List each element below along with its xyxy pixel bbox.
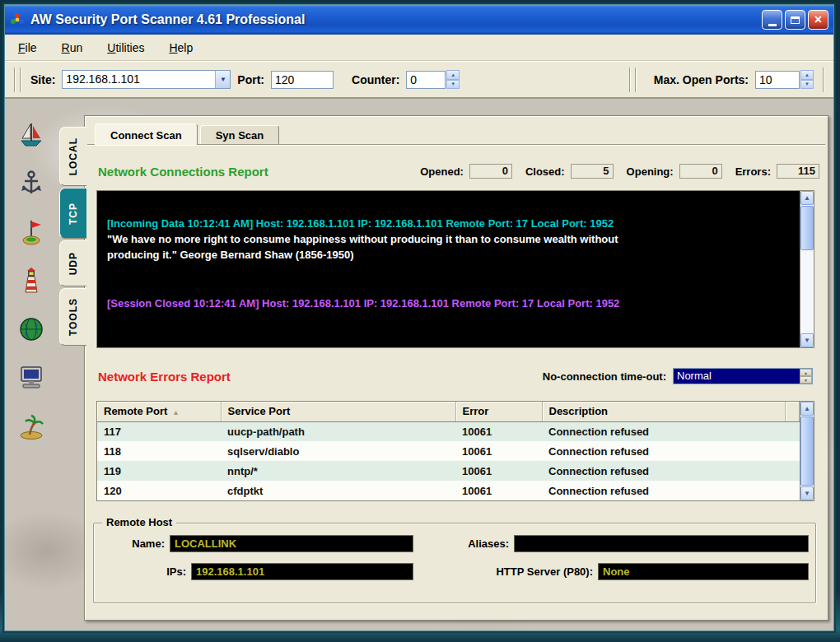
name-field: LOCALLINK bbox=[170, 535, 413, 552]
tab-udp[interactable]: UDP bbox=[59, 240, 86, 286]
remote-host-group: Remote Host Name: LOCALLINK Aliases: IPs… bbox=[93, 523, 816, 603]
port-input[interactable] bbox=[271, 71, 334, 89]
computer-icon bbox=[16, 363, 47, 393]
scrollbar-thumb[interactable] bbox=[800, 206, 814, 250]
column-remote-port[interactable]: Remote Port▴ bbox=[97, 402, 221, 421]
column-description[interactable]: Description bbox=[542, 402, 786, 421]
table-scrollbar[interactable]: ▲ ▼ bbox=[800, 402, 814, 500]
timeout-label: No-connection time-out: bbox=[543, 370, 666, 383]
scrollbar-thumb[interactable] bbox=[800, 416, 814, 486]
connections-log[interactable]: [Incoming Data 10:12:41 AM] Host: 192.16… bbox=[96, 190, 814, 348]
menu-help[interactable]: Help bbox=[169, 41, 193, 54]
site-label: Site: bbox=[30, 73, 55, 86]
sailboat-icon bbox=[16, 120, 47, 150]
spin-up-icon[interactable]: ▲ bbox=[800, 70, 814, 80]
sort-ascending-icon: ▴ bbox=[174, 408, 178, 416]
minimize-button[interactable] bbox=[762, 10, 782, 30]
spin-down-icon[interactable]: ▼ bbox=[446, 80, 460, 90]
counter-label: Counter: bbox=[352, 73, 399, 86]
connections-report-title: Network Connections Report bbox=[98, 165, 407, 179]
column-service-port[interactable]: Service Port bbox=[221, 402, 455, 421]
timeout-selected-value: Normal bbox=[674, 369, 800, 384]
table-row[interactable]: 118 sqlserv/diablo 10061 Connection refu… bbox=[97, 441, 800, 461]
scroll-down-icon[interactable]: ▼ bbox=[800, 333, 814, 347]
log-line-closed: [Session Closed 10:12:41 AM] Host: 192.1… bbox=[107, 295, 790, 311]
spin-up-icon[interactable]: ▲ bbox=[800, 369, 812, 376]
menu-bar: File Run Utilities Help bbox=[5, 35, 833, 61]
client-area: LOCAL TCP UDP TOOLS Connect Scan Syn Sca… bbox=[5, 99, 833, 630]
cell-service-port: uucp-path/path bbox=[221, 421, 455, 441]
errors-label: Errors: bbox=[735, 165, 771, 178]
cell-remote-port: 117 bbox=[97, 421, 221, 441]
cell-error: 10061 bbox=[455, 481, 542, 500]
cell-description: Connection refused bbox=[542, 481, 786, 500]
tab-tools[interactable]: TOOLS bbox=[59, 288, 86, 346]
toolbar-handle bbox=[14, 67, 16, 92]
table-header-row: Remote Port▴ Service Port Error Descript… bbox=[97, 402, 800, 421]
site-combobox[interactable]: 192.168.1.101 ▼ bbox=[62, 70, 231, 89]
lighthouse-icon bbox=[16, 266, 47, 295]
buoy-icon bbox=[16, 217, 47, 247]
menu-run[interactable]: Run bbox=[62, 41, 83, 54]
dropdown-arrow-icon[interactable]: ▼ bbox=[215, 71, 230, 88]
toolbar-separator bbox=[629, 67, 631, 92]
toolbar: Site: 192.168.1.101 ▼ Port: Counter: ▲ ▼… bbox=[5, 61, 833, 99]
tab-divider bbox=[87, 144, 825, 146]
scroll-down-icon[interactable]: ▼ bbox=[800, 486, 814, 500]
menu-utilities[interactable]: Utilities bbox=[107, 41, 144, 54]
title-bar: AW Security Port Scanner 4.61 Profession… bbox=[5, 5, 833, 35]
console-scrollbar[interactable]: ▲ ▼ bbox=[800, 191, 814, 347]
max-open-ports-label: Max. Open Ports: bbox=[654, 73, 749, 86]
http-server-field: None bbox=[598, 563, 809, 580]
counter-input[interactable] bbox=[406, 71, 446, 89]
aliases-label: Aliases: bbox=[420, 537, 509, 550]
close-button[interactable]: × bbox=[808, 10, 828, 30]
anchor-icon bbox=[16, 169, 47, 198]
cell-service-port: cfdptkt bbox=[221, 481, 455, 500]
cell-service-port: sqlserv/diablo bbox=[221, 441, 455, 461]
palm-island-icon bbox=[16, 412, 47, 441]
spin-up-icon[interactable]: ▲ bbox=[446, 70, 460, 80]
scroll-up-icon[interactable]: ▲ bbox=[800, 191, 814, 205]
opening-label: Opening: bbox=[627, 165, 674, 178]
app-icon bbox=[10, 12, 25, 27]
cell-description: Connection refused bbox=[542, 461, 786, 481]
cell-description: Connection refused bbox=[542, 421, 786, 441]
site-value: 192.168.1.101 bbox=[63, 71, 215, 88]
errors-value: 115 bbox=[777, 164, 819, 179]
tab-connect-scan[interactable]: Connect Scan bbox=[95, 123, 198, 145]
table-row[interactable]: 119 nntp/* 10061 Connection refused bbox=[97, 461, 800, 481]
spin-down-icon[interactable]: ▼ bbox=[800, 80, 814, 90]
scrollbar-track[interactable] bbox=[800, 205, 814, 333]
tab-local[interactable]: LOCAL bbox=[59, 127, 86, 186]
tab-syn-scan[interactable]: Syn Scan bbox=[200, 125, 280, 144]
table-row[interactable]: 120 cfdptkt 10061 Connection refused bbox=[97, 481, 800, 500]
ips-label: IPs: bbox=[94, 565, 186, 578]
toolbar-separator bbox=[635, 67, 637, 92]
remote-host-legend: Remote Host bbox=[102, 516, 176, 528]
connections-report-header: Network Connections Report Opened: 0 Clo… bbox=[98, 164, 819, 179]
log-text-area[interactable]: [Incoming Data 10:12:41 AM] Host: 192.16… bbox=[97, 191, 800, 347]
tcp-panel: Connect Scan Syn Scan Network Connection… bbox=[84, 115, 828, 621]
closed-value: 5 bbox=[571, 164, 614, 179]
maximize-button[interactable] bbox=[785, 10, 805, 30]
menu-file[interactable]: File bbox=[18, 41, 37, 54]
cell-error: 10061 bbox=[455, 461, 542, 481]
timeout-select[interactable]: Normal ▲ ▼ bbox=[673, 368, 813, 384]
scan-tabstrip: Connect Scan Syn Scan bbox=[95, 120, 282, 144]
cell-error: 10061 bbox=[455, 441, 542, 461]
closed-label: Closed: bbox=[525, 165, 565, 178]
table-row[interactable]: 117 uucp-path/path 10061 Connection refu… bbox=[97, 421, 800, 441]
max-open-ports-input[interactable] bbox=[755, 71, 800, 89]
scroll-up-icon[interactable]: ▲ bbox=[800, 402, 814, 416]
tab-tcp[interactable]: TCP bbox=[59, 188, 86, 239]
opening-value: 0 bbox=[679, 164, 722, 179]
log-line-message: "We have no more right to consume happin… bbox=[107, 231, 634, 263]
scrollbar-track[interactable] bbox=[800, 416, 814, 486]
toolbar-handle bbox=[20, 67, 21, 92]
port-label: Port: bbox=[237, 73, 264, 86]
errors-report-header: Network Errors Report No-connection time… bbox=[98, 368, 813, 384]
column-error[interactable]: Error bbox=[455, 402, 542, 421]
spin-down-icon[interactable]: ▼ bbox=[800, 376, 812, 384]
nav-icon-strip bbox=[5, 120, 58, 441]
